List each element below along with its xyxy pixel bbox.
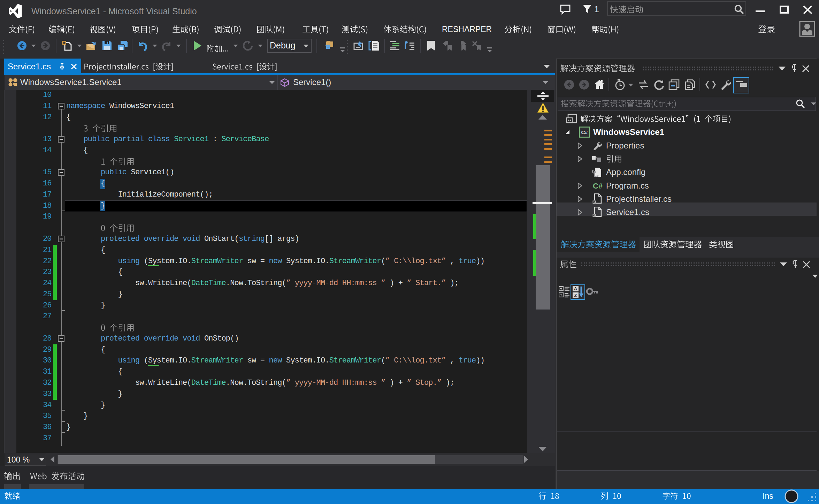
- svg-text:A: A: [574, 286, 577, 291]
- svg-text:Z: Z: [574, 293, 577, 298]
- svg-text:C#: C#: [593, 182, 603, 190]
- svg-text:C#: C#: [581, 129, 588, 135]
